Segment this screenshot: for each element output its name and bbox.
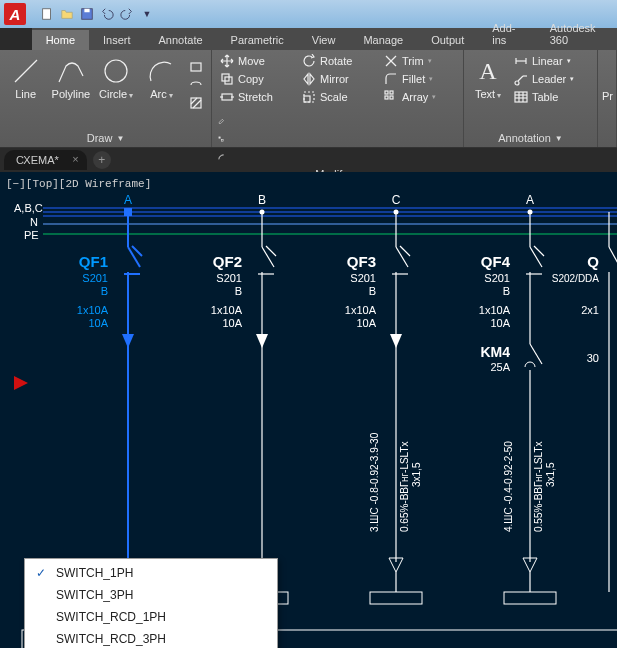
table-icon: [514, 90, 528, 104]
svg-text:10A: 10A: [88, 317, 108, 329]
svg-line-3: [15, 60, 37, 82]
arc-button[interactable]: Arc: [140, 52, 183, 100]
text-button[interactable]: A Text: [468, 52, 508, 100]
tab-annotate[interactable]: Annotate: [145, 30, 217, 50]
trim-icon: [384, 54, 398, 68]
svg-rect-23: [221, 139, 223, 141]
line-button[interactable]: Line: [4, 52, 47, 100]
table-button[interactable]: Table: [510, 88, 590, 106]
line-label: Line: [15, 88, 36, 100]
svg-text:QF4: QF4: [481, 253, 511, 270]
tab-insert[interactable]: Insert: [89, 30, 145, 50]
text-label: Text: [475, 88, 501, 100]
svg-text:3x1,5: 3x1,5: [411, 462, 422, 487]
autocad-app-icon[interactable]: A: [4, 3, 26, 25]
qat-undo-icon[interactable]: [98, 5, 116, 23]
svg-rect-20: [385, 96, 388, 99]
tab-autodesk360[interactable]: Autodesk 360: [536, 18, 617, 50]
svg-text:QF1: QF1: [79, 253, 108, 270]
panel-draw-title[interactable]: Draw▼: [4, 130, 207, 147]
leader-button[interactable]: Leader▾: [510, 70, 590, 88]
svg-line-59: [262, 247, 274, 267]
svg-text:0.55%-ВВГнг-LSLTx: 0.55%-ВВГнг-LSLTx: [533, 441, 544, 532]
menu-item-switch-rcd-1ph[interactable]: SWITCH_RCD_1PH: [28, 606, 274, 628]
menu-item-switch-3ph[interactable]: SWITCH_3PH: [28, 584, 274, 606]
qat-save-icon[interactable]: [78, 5, 96, 23]
stretch-button[interactable]: Stretch: [216, 88, 296, 106]
move-icon: [220, 54, 234, 68]
scale-button[interactable]: Scale: [298, 88, 378, 106]
svg-rect-110: [504, 592, 556, 604]
svg-point-4: [105, 60, 127, 82]
qat-redo-icon[interactable]: [118, 5, 136, 23]
qat-new-icon[interactable]: [38, 5, 56, 23]
arc-icon: [146, 56, 176, 86]
menu-item-switch-1ph[interactable]: SWITCH_1PH: [28, 562, 274, 584]
copy-icon: [220, 72, 234, 86]
svg-line-43: [128, 247, 140, 267]
hatch-button[interactable]: [185, 94, 207, 112]
panel-more[interactable]: Pr: [598, 50, 617, 147]
svg-rect-2: [84, 9, 89, 13]
svg-text:S201: S201: [350, 272, 376, 284]
array-icon: [384, 90, 398, 104]
polyline-button[interactable]: Polyline: [49, 52, 92, 100]
add-tab-button[interactable]: +: [93, 151, 111, 169]
circle-button[interactable]: Circle: [95, 52, 138, 100]
offset-button[interactable]: [216, 148, 226, 166]
drawing-canvas[interactable]: [−][Top][2D Wireframe] A,B,C N PE A QF1 …: [0, 172, 617, 648]
qat-more-icon[interactable]: ▼: [138, 5, 156, 23]
scale-icon: [302, 90, 316, 104]
svg-text:S201: S201: [484, 272, 510, 284]
mirror-button[interactable]: Mirror: [298, 70, 378, 88]
array-button[interactable]: Array▾: [380, 88, 458, 106]
close-icon[interactable]: ×: [72, 153, 78, 165]
polyline-icon: [56, 56, 86, 86]
svg-text:30: 30: [587, 352, 599, 364]
tab-home[interactable]: Home: [32, 30, 89, 50]
copy-button[interactable]: Copy: [216, 70, 296, 88]
fillet-button[interactable]: Fillet▾: [380, 70, 458, 88]
ellipse-arc-button[interactable]: [185, 76, 207, 94]
mirror-icon: [302, 72, 316, 86]
feeder-qf1: A QF1 S201 B 1x10A 10A: [77, 193, 154, 604]
qat-open-icon[interactable]: [58, 5, 76, 23]
document-tab[interactable]: СХЕМА* ×: [4, 150, 87, 170]
arc-label: Arc: [150, 88, 173, 100]
explode-button[interactable]: [216, 130, 226, 148]
linear-dim-button[interactable]: Linear▾: [510, 52, 590, 70]
tab-manage[interactable]: Manage: [349, 30, 417, 50]
tab-addins[interactable]: Add-ins: [478, 18, 536, 50]
svg-text:B: B: [258, 193, 266, 207]
fillet-icon: [384, 72, 398, 86]
svg-text:3.ШС -0.8-0.92-3.9-30: 3.ШС -0.8-0.92-3.9-30: [369, 432, 380, 532]
panel-annotation: A Text Linear▾ Leader▾ Table Annotation▼: [464, 50, 598, 147]
rotate-button[interactable]: Rotate: [298, 52, 378, 70]
svg-point-72: [394, 210, 399, 215]
bus-label-n: N: [30, 216, 38, 228]
svg-marker-82: [390, 334, 402, 348]
rectangle-button[interactable]: [185, 58, 207, 76]
trim-button[interactable]: Trim▾: [380, 52, 458, 70]
svg-text:QF3: QF3: [347, 253, 376, 270]
erase-button[interactable]: [216, 112, 226, 130]
line-icon: [11, 56, 41, 86]
svg-text:1x10A: 1x10A: [77, 304, 109, 316]
tab-parametric[interactable]: Parametric: [217, 30, 298, 50]
rotate-icon: [302, 54, 316, 68]
move-button[interactable]: Move: [216, 52, 296, 70]
svg-rect-53: [124, 208, 132, 216]
svg-text:S201: S201: [216, 272, 242, 284]
svg-text:KM4: KM4: [480, 344, 510, 360]
menu-item-switch-rcd-3ph[interactable]: SWITCH_RCD_3PH: [28, 628, 274, 648]
circle-icon: [101, 56, 131, 86]
svg-line-101: [530, 344, 542, 364]
svg-line-73: [396, 247, 408, 267]
tab-view[interactable]: View: [298, 30, 350, 50]
svg-text:Q: Q: [587, 253, 599, 270]
svg-rect-18: [385, 91, 388, 94]
svg-rect-15: [304, 92, 314, 102]
svg-rect-11: [222, 94, 232, 100]
tab-output[interactable]: Output: [417, 30, 478, 50]
panel-annotation-title[interactable]: Annotation▼: [468, 130, 593, 147]
